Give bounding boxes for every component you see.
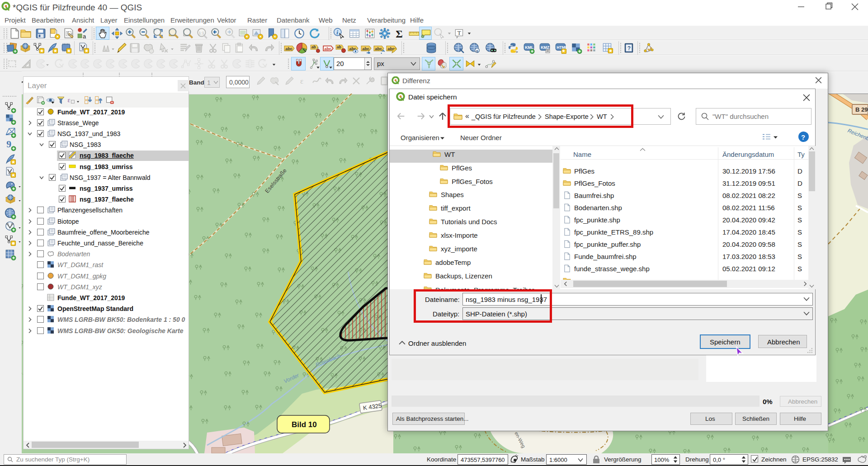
svg-text:abc: abc [375, 47, 382, 51]
svg-text:T: T [458, 29, 461, 36]
svg-text:?: ? [627, 45, 631, 52]
svg-text:a: a [83, 33, 86, 39]
svg-text:ab: ab [337, 45, 341, 49]
svg-text:1:1: 1:1 [198, 31, 204, 35]
svg-text:Σ: Σ [396, 28, 403, 39]
svg-text:ab: ab [311, 45, 316, 49]
svg-text:B 29: B 29 [855, 106, 868, 113]
svg-text:q: q [476, 49, 478, 53]
svg-text:>: > [515, 50, 518, 54]
svg-text:abc: abc [362, 47, 369, 51]
svg-text:KMZ: KMZ [541, 45, 549, 50]
svg-text:9: 9 [6, 139, 11, 150]
svg-text:ε: ε [300, 77, 303, 85]
svg-text:abc: abc [324, 47, 331, 51]
svg-text:abc: abc [285, 47, 292, 51]
svg-text:Bild 10: Bild 10 [292, 420, 317, 429]
svg-text:KML: KML [525, 45, 533, 50]
svg-text:ε: ε [68, 97, 71, 104]
svg-text:i: i [336, 29, 338, 36]
